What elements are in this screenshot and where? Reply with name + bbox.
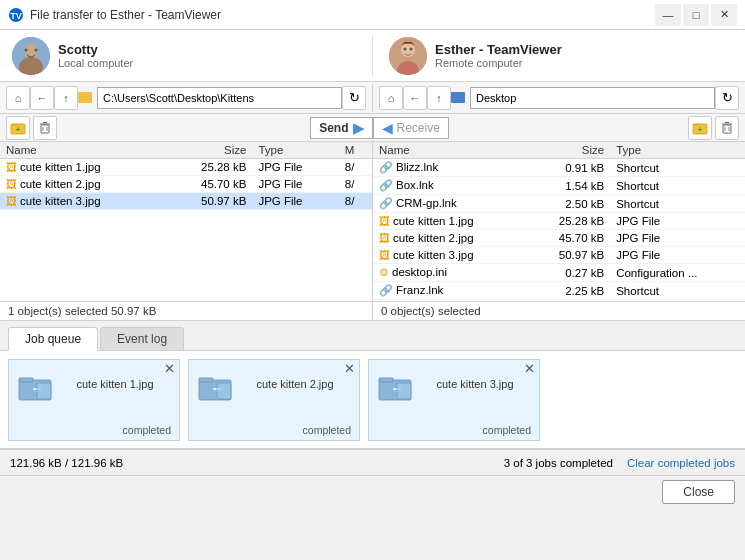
table-row[interactable]: 🖼cute kitten 2.jpg 45.70 kB JPG File 8/	[0, 176, 372, 193]
job-queue: ✕ → cute kitten 1.jpg completed ✕	[0, 351, 745, 449]
file-icon: 🔗	[379, 197, 393, 209]
remote-col-type: Type	[610, 142, 745, 159]
remote-up-button[interactable]: ↑	[427, 86, 451, 110]
table-row[interactable]: 🔗CRM-gp.lnk 2.50 kB Shortcut	[373, 195, 745, 213]
local-up-button[interactable]: ↑	[54, 86, 78, 110]
transfer-info: 121.96 kB / 121.96 kB	[10, 457, 123, 469]
local-delete-button[interactable]	[33, 116, 57, 140]
table-row[interactable]: 🔗Box.lnk 1.54 kB Shortcut	[373, 177, 745, 195]
job-card: ✕ → cute kitten 1.jpg completed	[8, 359, 180, 441]
remote-home-button[interactable]: ⌂	[379, 86, 403, 110]
close-window-button[interactable]: ✕	[711, 4, 737, 26]
svg-rect-13	[41, 125, 49, 133]
job-folder-icon: →	[17, 372, 53, 402]
table-row[interactable]: 🖼cute kitten 1.jpg 25.28 kB JPG File 8/	[0, 159, 372, 176]
close-button[interactable]: Close	[662, 480, 735, 504]
remote-col-name: Name	[373, 142, 527, 159]
window-title: File transfer to Esther - TeamViewer	[30, 8, 655, 22]
remote-avatar	[389, 37, 427, 75]
tab-job-queue[interactable]: Job queue	[8, 327, 98, 351]
local-home-button[interactable]: ⌂	[6, 86, 30, 110]
remote-user-info: Esther - TeamViewer Remote computer	[435, 42, 562, 69]
remote-folder-icon	[451, 92, 465, 103]
user-divider	[372, 36, 373, 76]
svg-text:TV: TV	[10, 11, 22, 21]
maximize-button[interactable]: □	[683, 4, 709, 26]
job-close-button[interactable]: ✕	[524, 362, 535, 375]
local-user-name: Scotty	[58, 42, 133, 57]
file-icon: 🖼	[379, 249, 390, 261]
file-icon: 🖼	[6, 178, 17, 190]
table-row[interactable]: 🔗Blizz.lnk 0.91 kB Shortcut	[373, 159, 745, 177]
remote-delete-button[interactable]	[715, 116, 739, 140]
local-new-folder-button[interactable]: +	[6, 116, 30, 140]
local-file-scroll[interactable]: Name Size Type M 🖼cute kitten 1.jpg 25.2…	[0, 142, 372, 301]
svg-rect-20	[723, 125, 731, 133]
job-name: cute kitten 1.jpg	[59, 378, 171, 390]
send-label: Send	[319, 121, 348, 135]
toolbar: ⌂ ← ↑ ↻ ⌂ ← ↑ ↻	[0, 82, 745, 114]
svg-rect-39	[397, 383, 411, 399]
table-row[interactable]: 🔗Franz.lnk 2.25 kB Shortcut	[373, 282, 745, 300]
job-close-button[interactable]: ✕	[344, 362, 355, 375]
remote-user-sub: Remote computer	[435, 57, 562, 69]
file-icon: 🔗	[379, 284, 393, 296]
svg-point-6	[35, 48, 38, 51]
remote-user-name: Esther - TeamViewer	[435, 42, 562, 57]
table-row[interactable]: 🖼cute kitten 3.jpg 50.97 kB JPG File 8/	[0, 193, 372, 210]
local-col-type: Type	[252, 142, 338, 159]
jobs-info: 3 of 3 jobs completed	[504, 457, 613, 469]
remote-file-panel: Name Size Type 🔗Blizz.lnk 0.91 kB Shortc…	[373, 142, 745, 301]
local-path-container	[78, 87, 342, 109]
table-row[interactable]: 🖼cute kitten 2.jpg 45.70 kB JPG File	[373, 230, 745, 247]
bottom-right: 3 of 3 jobs completed Clear completed jo…	[504, 457, 735, 469]
job-details: cute kitten 3.jpg	[419, 378, 531, 390]
job-card: ✕ → cute kitten 2.jpg completed	[188, 359, 360, 441]
local-avatar	[12, 37, 50, 75]
user-bar: Scotty Local computer Esther - TeamViewe…	[0, 30, 745, 82]
svg-text:+: +	[698, 126, 702, 133]
svg-rect-29	[37, 383, 51, 399]
svg-rect-31	[199, 378, 213, 382]
file-icon: 🖼	[6, 195, 17, 207]
remote-file-table: Name Size Type 🔗Blizz.lnk 0.91 kB Shortc…	[373, 142, 745, 300]
table-row[interactable]: 🖼cute kitten 1.jpg 25.28 kB JPG File	[373, 213, 745, 230]
local-col-mod: M	[339, 142, 372, 159]
job-inner: → cute kitten 1.jpg	[17, 366, 171, 402]
remote-col-size: Size	[527, 142, 610, 159]
remote-file-scroll[interactable]: Name Size Type 🔗Blizz.lnk 0.91 kB Shortc…	[373, 142, 745, 301]
local-user-section: Scotty Local computer	[12, 37, 356, 75]
job-card: ✕ → cute kitten 3.jpg completed	[368, 359, 540, 441]
job-name: cute kitten 3.jpg	[419, 378, 531, 390]
file-panels: Name Size Type M 🖼cute kitten 1.jpg 25.2…	[0, 142, 745, 302]
receive-button[interactable]: ◀ Receive	[373, 117, 449, 139]
file-icon: 🖼	[379, 215, 390, 227]
remote-path-input[interactable]	[470, 87, 715, 109]
table-row[interactable]: 🖼cute kitten 3.jpg 50.97 kB JPG File	[373, 247, 745, 264]
remote-refresh-button[interactable]: ↻	[715, 86, 739, 110]
receive-label: Receive	[397, 121, 440, 135]
clear-completed-link[interactable]: Clear completed jobs	[627, 457, 735, 469]
svg-text:+: +	[16, 126, 20, 133]
send-button[interactable]: Send ▶	[310, 117, 372, 139]
job-status: completed	[197, 424, 351, 436]
local-col-name: Name	[0, 142, 164, 159]
minimize-button[interactable]: —	[655, 4, 681, 26]
tabs-bar: Job queue Event log	[0, 321, 745, 351]
job-details: cute kitten 1.jpg	[59, 378, 171, 390]
tab-event-log[interactable]: Event log	[100, 327, 184, 350]
local-status: 1 object(s) selected 50.97 kB	[0, 302, 373, 320]
file-icon: ⚙	[379, 266, 389, 278]
local-folder-icon	[78, 92, 92, 103]
bottom-status-bar: 121.96 kB / 121.96 kB 3 of 3 jobs comple…	[0, 449, 745, 475]
job-close-button[interactable]: ✕	[164, 362, 175, 375]
table-row[interactable]: ⚙desktop.ini 0.27 kB Configuration ...	[373, 264, 745, 282]
transfer-right: ◀ Receive +	[373, 116, 740, 140]
panel-status-bar: 1 object(s) selected 50.97 kB 0 object(s…	[0, 302, 745, 321]
local-refresh-button[interactable]: ↻	[342, 86, 366, 110]
local-path-input[interactable]	[97, 87, 342, 109]
remote-back-button[interactable]: ←	[403, 86, 427, 110]
remote-new-folder-button[interactable]: +	[688, 116, 712, 140]
svg-rect-26	[19, 378, 33, 382]
local-back-button[interactable]: ←	[30, 86, 54, 110]
